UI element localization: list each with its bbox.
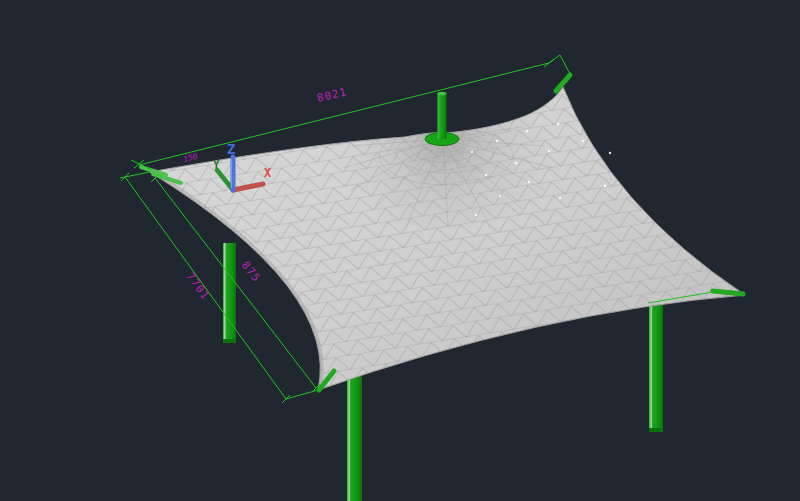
cad-viewport[interactable]: 8021 7701 875 150 Z Y X: [0, 0, 800, 501]
ucs-y-label: Y: [213, 158, 220, 171]
ucs-z-label: Z: [227, 141, 235, 157]
column-right[interactable]: [649, 301, 663, 432]
mast-pole-top: [438, 92, 447, 96]
corner-strut-right[interactable]: [713, 291, 743, 294]
mast-pole[interactable]: [438, 93, 447, 139]
ucs-x-label: X: [264, 166, 272, 180]
column-bottom[interactable]: [347, 374, 362, 501]
model-space-canvas[interactable]: 8021 7701 875 150 Z Y X: [0, 0, 800, 501]
